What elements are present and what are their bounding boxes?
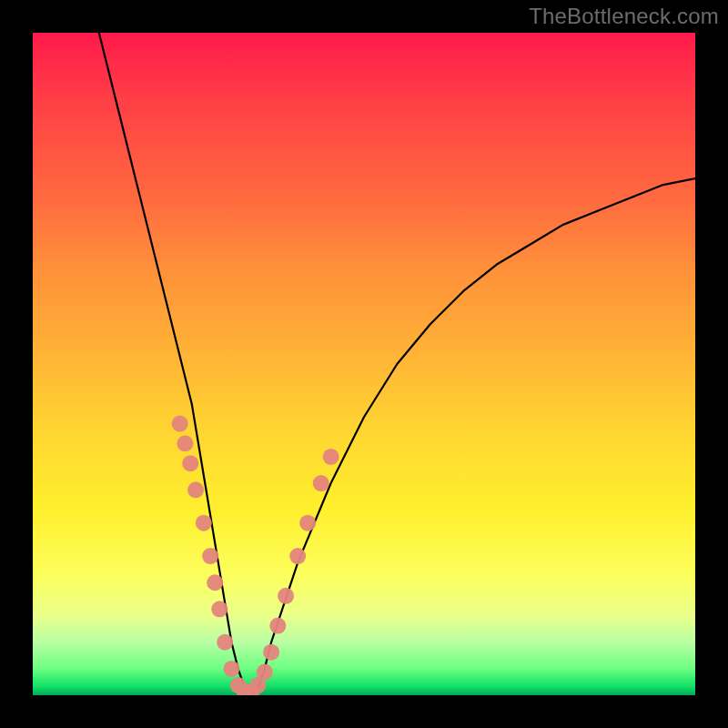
marker-dot: [187, 481, 204, 498]
marker-dot: [263, 644, 279, 661]
bottleneck-curve: [99, 33, 695, 695]
marker-dot: [250, 677, 267, 693]
marker-dot: [223, 661, 239, 677]
marker-dot: [182, 455, 198, 471]
marker-dot: [299, 515, 316, 531]
marker-dot: [207, 574, 223, 591]
marker-dot: [177, 435, 193, 451]
curve-svg: [33, 33, 695, 695]
plot-area: [33, 33, 695, 695]
marker-dot: [172, 416, 188, 432]
marker-dot: [237, 683, 253, 695]
marker-dot: [323, 449, 339, 465]
marker-dot: [257, 664, 273, 681]
marker-dot: [243, 683, 259, 695]
marker-dot: [230, 677, 247, 693]
right-arm-markers: [243, 449, 339, 695]
marker-dot: [289, 548, 306, 564]
marker-dot: [313, 475, 329, 491]
left-arm-markers: [172, 416, 253, 695]
marker-dot: [269, 618, 286, 634]
marker-dot: [217, 634, 233, 651]
marker-dot: [211, 601, 228, 617]
chart-frame: TheBottleneck.com: [0, 0, 728, 728]
marker-dot: [202, 548, 218, 564]
marker-dot: [278, 588, 294, 604]
marker-dot: [196, 515, 212, 531]
watermark-text: TheBottleneck.com: [529, 4, 719, 29]
